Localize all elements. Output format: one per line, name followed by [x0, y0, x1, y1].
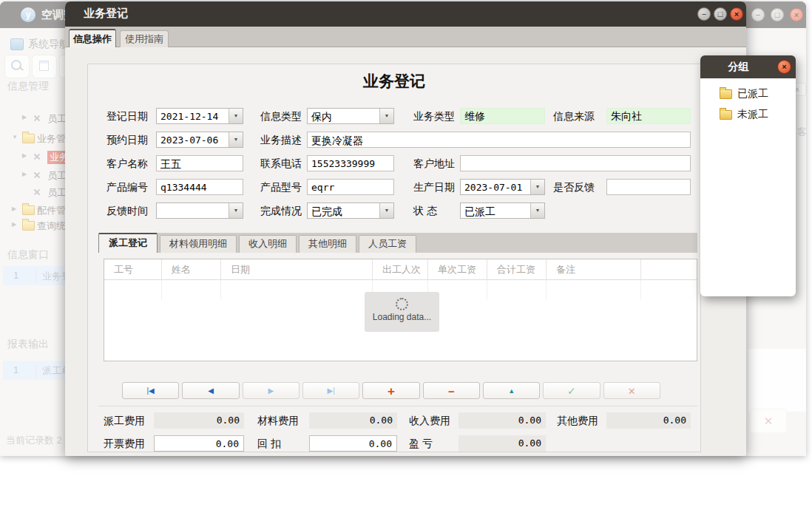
chevron-down-icon[interactable]: ▼ [530, 180, 544, 194]
register-date-select[interactable]: 2021-12-14▼ [156, 108, 243, 124]
dialog-minimize-button[interactable]: − [697, 7, 711, 21]
feedback-flag-field[interactable] [606, 179, 691, 195]
appoint-date-label: 预约日期 [106, 134, 148, 147]
last-record-button[interactable]: ▶| [302, 382, 359, 399]
post-edit-button[interactable]: ✓ [543, 382, 600, 399]
chevron-down-icon[interactable]: ▼ [379, 109, 393, 123]
info-source-field[interactable]: 朱向社 [606, 108, 691, 124]
business-type-field[interactable]: 维修 [460, 108, 545, 124]
business-desc-field[interactable]: 更换冷凝器 [307, 132, 691, 148]
completion-label: 完成情况 [260, 205, 302, 218]
delete-record-button[interactable]: − [423, 382, 480, 399]
column-header[interactable]: 出工人次 [373, 259, 428, 279]
rebate-input[interactable]: 0.00 [309, 435, 397, 452]
column-header[interactable]: 工号 [104, 259, 162, 279]
group-item-label[interactable]: 已派工 [737, 87, 768, 101]
income-fee-label: 收入费用 [409, 415, 450, 428]
column-header[interactable]: 备注 [547, 259, 641, 279]
product-model-field[interactable]: eqrr [307, 179, 394, 195]
chevron-down-icon[interactable]: ▼ [379, 203, 393, 218]
business-desc-label: 业务描述 [260, 134, 302, 147]
dialog-maximize-button[interactable]: □ [714, 7, 727, 21]
feedback-time-select[interactable]: ▼ [156, 202, 243, 219]
group-panel-close-button[interactable]: × [777, 60, 791, 74]
feedback-flag-label: 是否反馈 [553, 181, 595, 194]
edit-record-button[interactable]: ▲ [483, 382, 540, 399]
customer-name-label: 客户名称 [106, 157, 148, 171]
customer-addr-label: 客户地址 [413, 157, 455, 171]
insert-record-button[interactable]: + [362, 382, 419, 399]
detail-tab-0[interactable]: 派工登记 [98, 233, 158, 253]
cancel-edit-button[interactable]: ✕ [603, 382, 660, 399]
completion-select[interactable]: 已完成▼ [307, 202, 394, 219]
info-source-label: 信息来源 [553, 110, 595, 123]
column-header[interactable]: 合计工资 [487, 259, 547, 279]
group-item[interactable]: 未派工 [700, 105, 796, 125]
product-no-field[interactable]: q1334444 [156, 179, 243, 195]
status-label: 状 态 [413, 205, 437, 218]
group-item-label[interactable]: 未派工 [737, 108, 768, 121]
dialog-close-button[interactable]: × [730, 7, 743, 21]
detail-tab-3[interactable]: 其他明细 [299, 235, 356, 253]
group-item[interactable]: 已派工 [700, 84, 796, 104]
dispatch-grid[interactable]: 工号姓名日期出工人次单次工资合计工资备注 Loading data... [104, 259, 697, 361]
invoice-fee-input[interactable]: 0.00 [154, 435, 244, 452]
delete-record-icon: − [424, 385, 479, 396]
info-type-select[interactable]: 保内▼ [307, 108, 394, 124]
last-record-icon: ▶| [303, 387, 359, 395]
chevron-down-icon[interactable]: ▼ [229, 132, 243, 147]
income-fee-value: 0.00 [459, 412, 546, 429]
chevron-down-icon[interactable]: ▼ [229, 203, 243, 218]
empty-cell [487, 280, 547, 299]
prior-record-icon: ◀ [183, 387, 238, 395]
appoint-date-select[interactable]: 2023-07-06▼ [156, 132, 243, 148]
first-record-icon: |◀ [123, 387, 178, 395]
produce-date-select[interactable]: 2023-07-01▼ [460, 179, 545, 195]
column-header[interactable]: 姓名 [162, 259, 221, 279]
other-fee-label: 其他费用 [557, 415, 598, 428]
chevron-down-icon[interactable]: ▼ [229, 109, 243, 123]
spinner-icon [396, 298, 408, 310]
column-header[interactable]: 日期 [221, 259, 373, 279]
column-header[interactable]: 单次工资 [428, 259, 487, 279]
dispatch-fee-label: 派工费用 [104, 415, 145, 428]
chevron-down-icon[interactable]: ▼ [530, 203, 544, 218]
detail-tab-2[interactable]: 收入明细 [239, 235, 297, 253]
dialog-titlebar[interactable]: 业务登记 − □ × [65, 1, 746, 27]
tab-user-guide[interactable]: 使用指南 [120, 30, 169, 47]
customer-name-field[interactable]: 王五 [156, 155, 243, 171]
next-record-button[interactable]: ▶ [243, 382, 300, 399]
prior-record-button[interactable]: ◀ [182, 382, 239, 399]
invoice-fee-label: 开票费用 [104, 437, 145, 451]
separator [98, 406, 697, 406]
edit-record-icon: ▲ [484, 387, 539, 394]
folder-icon [720, 89, 732, 99]
detail-tabstrip: 派工登记材料领用明细收入明细其他明细人员工资 [98, 233, 697, 253]
loading-text: Loading data... [365, 312, 439, 322]
detail-tab-4[interactable]: 人员工资 [359, 235, 416, 253]
business-type-label: 业务类型 [413, 110, 455, 123]
first-record-button[interactable]: |◀ [122, 382, 179, 399]
status-select[interactable]: 已派工▼ [460, 202, 545, 219]
post-edit-icon: ✓ [544, 386, 599, 396]
detail-tab-1[interactable]: 材料领用明细 [160, 235, 237, 253]
dialog-title: 业务登记 [84, 7, 128, 21]
phone-field[interactable]: 15523339999 [307, 155, 394, 171]
business-register-dialog: 业务登记 − □ × 信息操作 使用指南 业务登记 登记日期 2021-12-1… [65, 1, 746, 456]
product-model-label: 产品型号 [260, 181, 302, 194]
empty-cell [104, 280, 162, 299]
group-panel-header[interactable]: 分组 × [700, 55, 796, 78]
empty-cell [547, 280, 641, 299]
tab-info-operation[interactable]: 信息操作 [69, 29, 116, 48]
dialog-tabstrip: 信息操作 使用指南 [65, 27, 746, 47]
insert-record-icon: + [363, 384, 419, 397]
loading-indicator: Loading data... [365, 292, 439, 332]
empty-cell [221, 280, 373, 299]
screen: y 空调安装维 − □ × 系统导航 信息管理 ▶员工▼业务管▶业务▶员工员工▶… [0, 0, 812, 521]
produce-date-label: 生产日期 [413, 181, 455, 194]
material-fee-value: 0.00 [309, 412, 397, 429]
customer-addr-field[interactable] [460, 155, 691, 171]
rebate-label: 回 扣 [257, 437, 281, 451]
profit-value: 0.00 [459, 435, 546, 452]
product-no-label: 产品编号 [106, 181, 148, 194]
